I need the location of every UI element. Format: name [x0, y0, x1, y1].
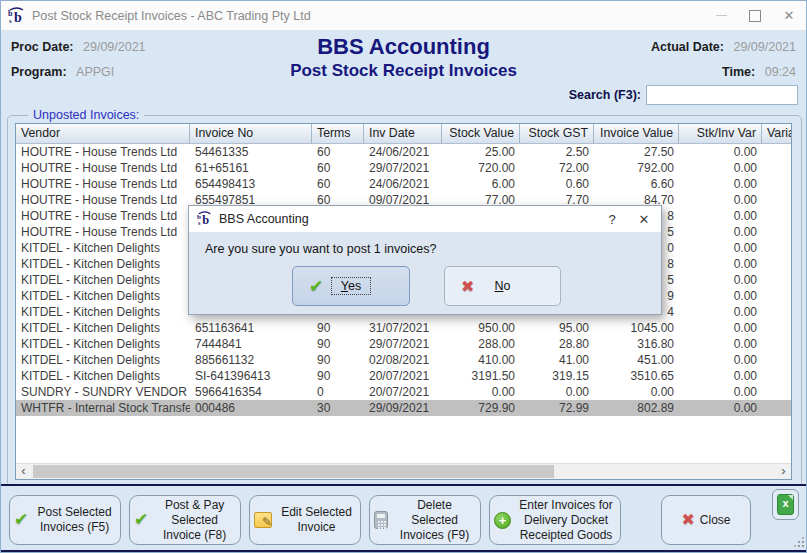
cell-variance [762, 160, 791, 176]
col-header-stock-gst[interactable]: Stock GST [520, 124, 594, 143]
col-header-variance[interactable]: Varia [762, 124, 791, 143]
maximize-icon[interactable] [738, 1, 772, 30]
table-row[interactable]: SUNDRY - SUNDRY VENDOR5966416354020/07/2… [16, 384, 791, 400]
resize-grip[interactable] [794, 537, 804, 547]
cell-inv_date: 29/07/2021 [364, 336, 442, 352]
cell-stock_value: 950.00 [442, 320, 520, 336]
cell-invoice_no: 61+65161 [190, 160, 312, 176]
header-banner: Proc Date: 29/09/2021 Program: APPGI BBS… [1, 32, 806, 109]
cell-terms: 90 [312, 336, 364, 352]
cell-invoice_value: 316.80 [594, 336, 679, 352]
cell-variance [762, 304, 791, 320]
cell-invoice_value: 3510.65 [594, 368, 679, 384]
scrollbar-thumb[interactable] [33, 465, 554, 478]
yes-button-label: Yes [332, 278, 370, 294]
time-label: Time: [722, 65, 755, 79]
table-row[interactable]: HOUTRE - House Trends Ltd61+651616029/07… [16, 160, 791, 176]
col-header-vendor[interactable]: Vendor [16, 124, 190, 143]
cell-vendor: KITDEL - Kitchen Delights [16, 240, 190, 256]
horizontal-scrollbar[interactable] [16, 463, 791, 479]
button-label: Edit Selected Invoice [277, 505, 356, 535]
col-header-stock-value[interactable]: Stock Value [442, 124, 520, 143]
cell-invoice_no: 654498413 [190, 176, 312, 192]
scroll-right-icon[interactable] [776, 464, 791, 479]
cell-vendor: KITDEL - Kitchen Delights [16, 352, 190, 368]
table-row[interactable]: KITDEL - Kitchen Delights8856611329002/0… [16, 352, 791, 368]
cell-stock_gst: 2.50 [520, 144, 594, 160]
delete-selected-invoices-button[interactable]: Delete Selected Invoices (F9) [369, 495, 481, 545]
search-input[interactable] [646, 85, 798, 105]
minimize-icon[interactable] [704, 1, 738, 30]
cell-stk_inv_var: 0.00 [679, 272, 762, 288]
cell-terms: 60 [312, 176, 364, 192]
cell-stock_value: 729.90 [442, 400, 520, 416]
excel-icon [777, 494, 794, 515]
cell-inv_date: 02/08/2021 [364, 352, 442, 368]
cell-stock_gst: 0.60 [520, 176, 594, 192]
col-header-invoice-value[interactable]: Invoice Value [594, 124, 679, 143]
red-x-icon [681, 510, 694, 530]
post-and-pay-button[interactable]: Post & Pay Selected Invoice (F8) [129, 495, 241, 545]
actual-date-label: Actual Date: [651, 40, 724, 54]
cell-variance [762, 176, 791, 192]
cell-terms: 60 [312, 160, 364, 176]
cell-variance [762, 352, 791, 368]
cell-stock_value: 410.00 [442, 352, 520, 368]
table-row[interactable]: KITDEL - Kitchen Delights74448419029/07/… [16, 336, 791, 352]
cell-variance [762, 272, 791, 288]
post-selected-invoices-button[interactable]: Post Selected Invoices (F5) [9, 495, 121, 545]
cell-terms: 0 [312, 384, 364, 400]
window-title: Post Stock Receipt Invoices - ABC Tradin… [32, 9, 311, 23]
svg-text:b: b [14, 10, 22, 25]
table-header: Vendor Invoice No Terms Inv Date Stock V… [16, 124, 791, 144]
check-icon [309, 276, 323, 297]
table-row[interactable]: WHTFR - Internal Stock Transfer000486302… [16, 400, 791, 416]
edit-selected-invoice-button[interactable]: Edit Selected Invoice [249, 495, 361, 545]
no-button[interactable]: No [444, 266, 561, 306]
cell-inv_date: 24/06/2021 [364, 144, 442, 160]
export-excel-button[interactable] [772, 489, 799, 520]
title-bar: b s b Post Stock Receipt Invoices - ABC … [1, 1, 806, 31]
cell-invoice_no: SI-641396413 [190, 368, 312, 384]
actual-date-value: 29/09/2021 [733, 40, 796, 54]
bbs-logo-icon: b s b [8, 7, 26, 25]
group-label: Unposted Invoices: [28, 108, 144, 122]
scroll-left-icon[interactable] [16, 464, 31, 479]
col-header-invoice-no[interactable]: Invoice No [190, 124, 312, 143]
page-title: Post Stock Receipt Invoices [1, 60, 806, 81]
cell-stock_gst: 72.00 [520, 160, 594, 176]
calculator-icon [374, 511, 388, 529]
svg-text:b: b [202, 213, 209, 227]
cell-stk_inv_var: 0.00 [679, 160, 762, 176]
col-header-inv-date[interactable]: Inv Date [364, 124, 442, 143]
help-icon[interactable]: ? [597, 212, 627, 227]
cell-stock_gst: 72.99 [520, 400, 594, 416]
cell-stk_inv_var: 0.00 [679, 192, 762, 208]
table-row[interactable]: HOUTRE - House Trends Ltd544613356024/06… [16, 144, 791, 160]
cell-vendor: KITDEL - Kitchen Delights [16, 272, 190, 288]
cell-inv_date: 29/07/2021 [364, 160, 442, 176]
cell-invoice_value: 6.60 [594, 176, 679, 192]
cell-stk_inv_var: 0.00 [679, 352, 762, 368]
button-label: Close [700, 513, 731, 528]
cell-variance [762, 256, 791, 272]
table-row[interactable]: KITDEL - Kitchen DelightsSI-641396413902… [16, 368, 791, 384]
cell-inv_date: 29/09/2021 [364, 400, 442, 416]
cell-stock_gst: 28.80 [520, 336, 594, 352]
close-button[interactable]: Close [661, 495, 751, 545]
yes-button[interactable]: Yes [292, 266, 410, 306]
cell-invoice_value: 0.00 [594, 384, 679, 400]
table-row[interactable]: KITDEL - Kitchen Delights6511636419031/0… [16, 320, 791, 336]
cell-vendor: KITDEL - Kitchen Delights [16, 304, 190, 320]
cell-variance [762, 384, 791, 400]
col-header-terms[interactable]: Terms [312, 124, 364, 143]
close-icon[interactable] [772, 1, 806, 30]
enter-invoices-delivery-docket-button[interactable]: Enter Invoices for Delivery Docket Recei… [489, 495, 621, 545]
cell-invoice_value: 451.00 [594, 352, 679, 368]
cell-vendor: SUNDRY - SUNDRY VENDOR [16, 384, 190, 400]
col-header-stk-inv-var[interactable]: Stk/Inv Var [679, 124, 762, 143]
dialog-close-icon[interactable] [627, 210, 661, 228]
time-value: 09:24 [765, 65, 796, 79]
button-label: Enter Invoices for Delivery Docket Recei… [516, 498, 616, 543]
table-row[interactable]: HOUTRE - House Trends Ltd6544984136024/0… [16, 176, 791, 192]
